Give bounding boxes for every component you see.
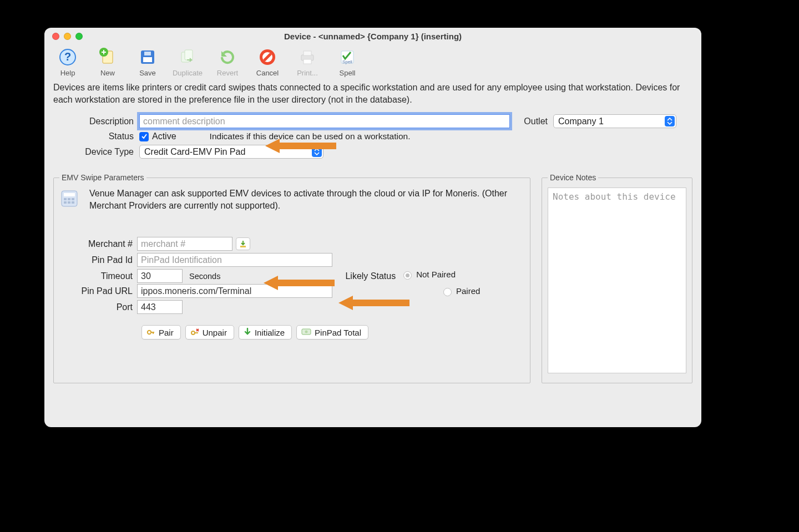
outlet-value: Company 1 <box>558 116 604 126</box>
active-checkbox[interactable] <box>139 132 149 141</box>
paired-label: Paired <box>456 286 480 296</box>
device-notes-input[interactable] <box>548 188 686 373</box>
revert-button: Revert <box>211 48 244 77</box>
svg-rect-25 <box>240 246 246 247</box>
key-remove-icon <box>190 328 199 337</box>
svg-rect-5 <box>143 57 152 62</box>
svg-rect-14 <box>304 59 311 64</box>
titlebar: Device - <unnamed> {Company 1} (insertin… <box>44 28 701 44</box>
spell-button[interactable]: Spell Spell <box>331 48 364 77</box>
status-hint: Indicates if this device can be used on … <box>210 131 411 141</box>
cancel-button[interactable]: Cancel <box>251 48 284 77</box>
spell-icon: Spell <box>338 48 357 67</box>
help-button[interactable]: ? Help <box>51 48 84 77</box>
emv-description: Venue Manager can ask supported EMV devi… <box>89 188 524 211</box>
svg-rect-21 <box>72 198 74 200</box>
new-icon <box>98 48 117 67</box>
not-paired-radio <box>403 271 412 280</box>
svg-rect-13 <box>304 51 311 55</box>
port-input[interactable] <box>137 300 183 314</box>
pinpad-total-button[interactable]: PinPad Total <box>296 325 368 340</box>
merchant-input[interactable] <box>137 237 232 251</box>
svg-rect-19 <box>64 198 67 200</box>
outlet-label: Outlet <box>510 116 553 126</box>
notes-fieldset: Device Notes <box>542 173 692 383</box>
toolbar: ? Help New Save Duplicate <box>44 44 701 77</box>
print-button: Print... <box>291 48 324 77</box>
revert-icon <box>218 48 237 67</box>
minimize-icon[interactable] <box>64 33 71 40</box>
top-form: Description Outlet Company 1 Status Acti… <box>44 108 701 168</box>
status-label: Status <box>53 131 139 141</box>
timeout-unit: Seconds <box>189 272 220 281</box>
likely-status-label: Likely Status <box>345 271 396 281</box>
zoom-icon[interactable] <box>75 33 83 40</box>
device-type-value: Credit Card-EMV Pin Pad <box>144 147 245 157</box>
timeout-label: Timeout <box>59 271 137 281</box>
download-icon <box>239 240 247 249</box>
svg-text:Spell: Spell <box>342 59 352 64</box>
pinpad-url-input[interactable] <box>137 284 332 298</box>
pinpad-id-input[interactable] <box>137 253 332 267</box>
emv-legend: EMV Swipe Parameters <box>59 173 146 182</box>
timeout-input[interactable] <box>137 269 183 283</box>
window-title: Device - <unnamed> {Company 1} (insertin… <box>44 32 701 41</box>
chevron-updown-icon <box>665 116 675 126</box>
svg-rect-6 <box>144 52 151 55</box>
svg-text:?: ? <box>64 50 71 63</box>
svg-rect-20 <box>68 198 70 200</box>
not-paired-label: Not Paired <box>416 270 456 279</box>
merchant-lookup-button[interactable] <box>236 237 250 250</box>
unpair-button[interactable]: Unpair <box>185 325 234 340</box>
check-icon <box>141 133 148 140</box>
pinpad-url-label: Pin Pad URL <box>59 286 137 296</box>
active-label: Active <box>152 131 176 141</box>
description-input[interactable] <box>139 114 510 128</box>
help-icon: ? <box>58 48 77 67</box>
svg-rect-22 <box>64 201 67 204</box>
merchant-label: Merchant # <box>59 239 137 249</box>
device-type-label: Device Type <box>53 147 139 157</box>
arrow-down-icon <box>244 328 251 337</box>
svg-point-26 <box>148 331 151 334</box>
svg-rect-8 <box>185 50 193 60</box>
svg-point-29 <box>305 331 308 333</box>
pinpad-device-icon <box>59 188 84 211</box>
svg-rect-23 <box>68 201 70 204</box>
print-icon <box>298 48 317 67</box>
save-button[interactable]: Save <box>131 48 164 77</box>
cancel-icon <box>258 48 277 67</box>
save-icon <box>138 48 157 67</box>
device-type-select[interactable]: Credit Card-EMV Pin Pad <box>139 145 323 159</box>
close-icon[interactable] <box>52 33 59 40</box>
initialize-button[interactable]: Initialize <box>239 325 292 340</box>
new-button[interactable]: New <box>91 48 124 77</box>
device-window: Device - <unnamed> {Company 1} (insertin… <box>44 28 701 427</box>
duplicate-button: Duplicate <box>171 48 204 77</box>
svg-rect-18 <box>64 193 75 196</box>
key-icon <box>146 328 155 337</box>
money-icon <box>301 328 311 336</box>
emv-fieldset: EMV Swipe Parameters Venue Manager can a… <box>53 173 530 383</box>
outlet-select[interactable]: Company 1 <box>553 114 676 128</box>
port-label: Port <box>59 302 137 312</box>
description-label: Description <box>53 116 139 126</box>
notes-legend: Device Notes <box>548 173 598 182</box>
intro-text: Devices are items like printers or credi… <box>44 77 701 108</box>
svg-rect-24 <box>72 201 74 204</box>
duplicate-icon <box>178 48 197 67</box>
paired-radio <box>443 288 452 296</box>
pinpad-id-label: Pin Pad Id <box>59 255 137 265</box>
svg-point-27 <box>191 331 195 335</box>
pair-button[interactable]: Pair <box>141 325 181 340</box>
chevron-updown-icon <box>312 146 322 157</box>
